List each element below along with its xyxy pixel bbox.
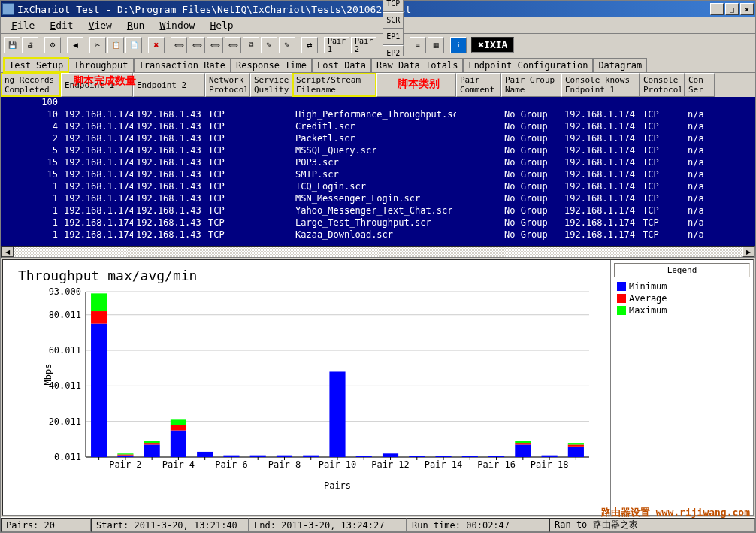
pair1-button[interactable]: Pair1 [324, 37, 349, 53]
filter-tcp-button[interactable]: TCP [383, 0, 404, 12]
edit-icon[interactable]: ✎ [261, 37, 277, 53]
column-header[interactable]: Endpoint 2 [133, 73, 205, 97]
tab-raw-data-totals[interactable]: Raw Data Totals [371, 58, 463, 72]
svg-text:80.011: 80.011 [49, 310, 81, 320]
svg-rect-37 [250, 456, 266, 457]
chart-area: Throughput max/avg/min 0.01120.01140.011… [2, 259, 754, 516]
table-row[interactable]: 1192.168.1.174192.168.1.43TCPICQ_Login.s… [1, 181, 755, 193]
table-row[interactable]: 5192.168.1.174192.168.1.43TCPMSSQL_Query… [1, 145, 755, 157]
pair2-icon[interactable]: ⟺ [189, 37, 205, 53]
column-header[interactable]: Pair Comment [456, 73, 501, 97]
column-header[interactable]: Pair Group Name [501, 73, 561, 97]
menu-edit[interactable]: Edit [42, 18, 80, 32]
filter-ep1-button[interactable]: EP1 [383, 29, 404, 45]
svg-text:Pair 18: Pair 18 [531, 459, 569, 470]
svg-rect-29 [171, 419, 186, 425]
column-header[interactable]: Console Protocol [640, 73, 685, 97]
menubar: FileEditViewRunWindowHelp [1, 17, 755, 34]
menu-view[interactable]: View [81, 18, 119, 32]
svg-rect-57 [462, 456, 478, 457]
titlebar[interactable]: IxChariot Test - D:\Program Files\NetIQ\… [1, 1, 755, 17]
tab-lost-data[interactable]: Lost Data [312, 58, 371, 72]
scroll-left-icon[interactable]: ◀ [2, 247, 14, 257]
scroll-right-icon[interactable]: ▶ [742, 247, 754, 257]
delete-icon[interactable]: ✖ [148, 37, 165, 53]
tab-transaction-rate[interactable]: Transaction Rate [134, 58, 231, 72]
grid-body[interactable]: 10010192.168.1.174192.168.1.43TCPHigh_Pe… [1, 97, 755, 246]
edit2-icon[interactable]: ✎ [279, 37, 295, 53]
menu-file[interactable]: File [4, 18, 42, 32]
svg-text:Pair 12: Pair 12 [371, 459, 410, 470]
filter-scr-button[interactable]: SCR [383, 12, 404, 29]
maximize-button[interactable]: □ [725, 3, 739, 15]
tab-throughput[interactable]: Throughput [68, 58, 133, 72]
toolbar: 💾 🖨 ⚙ ◀ ✂ 📋 📄 ✖ ⟺ ⟺ ⟺ ⟺ ⧉ ✎ ✎ ⇄ Pair1 Pa… [1, 34, 755, 56]
table-row[interactable]: 15192.168.1.174192.168.1.43TCPSMTP.scrNo… [1, 169, 755, 181]
paste-icon[interactable]: 📄 [125, 37, 142, 53]
menu-help[interactable]: Help [202, 18, 240, 32]
svg-rect-25 [144, 441, 160, 443]
pair2-button[interactable]: Pair2 [351, 37, 376, 53]
tab-datagram[interactable]: Datagram [593, 58, 647, 72]
column-header[interactable]: Endpoint 1 [61, 73, 133, 97]
svg-text:Pair 10: Pair 10 [319, 459, 357, 470]
copy-icon[interactable]: 📋 [107, 37, 124, 53]
menu-window[interactable]: Window [152, 18, 202, 32]
print-icon[interactable]: 🖨 [22, 37, 38, 53]
status-runtime: Run time: 00:02:47 [407, 518, 549, 532]
grid-icon[interactable]: ▦ [428, 37, 444, 53]
menu-run[interactable]: Run [119, 18, 152, 32]
swap-icon[interactable]: ⇄ [301, 37, 318, 53]
svg-text:20.011: 20.011 [49, 416, 81, 427]
svg-rect-27 [171, 431, 186, 457]
chart-title: Throughput max/avg/min [18, 268, 197, 283]
grid-header: ng Records CompletedEndpoint 1Endpoint 2… [1, 73, 755, 97]
legend-item: Maximum [614, 304, 750, 316]
back-icon[interactable]: ◀ [67, 37, 83, 53]
table-row[interactable]: 1192.168.1.174192.168.1.43TCPMSN_Messeng… [1, 193, 755, 205]
tab-endpoint-configuration[interactable]: Endpoint Configuration [463, 58, 593, 72]
column-header[interactable]: ng Records Completed [1, 73, 61, 97]
svg-text:Pair 2: Pair 2 [109, 459, 141, 470]
table-row[interactable]: 1192.168.1.174192.168.1.43TCPLarge_Test_… [1, 217, 755, 229]
table-row[interactable]: 1192.168.1.174192.168.1.43TCPYahoo_Messe… [1, 205, 755, 217]
column-header[interactable]: Script/Stream Filename [292, 73, 376, 97]
pair4-icon[interactable]: ⟺ [225, 37, 241, 53]
svg-rect-69 [568, 447, 584, 457]
save-icon[interactable]: 💾 [4, 37, 20, 53]
svg-text:Pair 14: Pair 14 [425, 459, 463, 470]
table-row[interactable]: 2192.168.1.174192.168.1.43TCPPacketl.scr… [1, 133, 755, 145]
tab-test-setup[interactable]: Test Setup [4, 58, 68, 72]
column-header[interactable]: Con Ser [685, 73, 715, 97]
column-header[interactable]: Service Quality [250, 73, 292, 97]
column-header[interactable]: Network Protocol [205, 73, 250, 97]
app-icon [2, 3, 14, 15]
svg-rect-52 [409, 456, 425, 457]
legend-title: Legend [614, 263, 750, 277]
column-header[interactable]: Console knows Endpoint 1 [561, 73, 640, 97]
group-icon[interactable]: ⧉ [243, 37, 259, 53]
table-row[interactable]: 1192.168.1.174192.168.1.43TCPKazaa_Downl… [1, 229, 755, 241]
info-icon[interactable]: i [450, 37, 467, 53]
svg-rect-44 [329, 371, 345, 457]
svg-rect-62 [515, 444, 531, 457]
close-button[interactable]: × [740, 3, 754, 15]
svg-rect-49 [383, 453, 398, 457]
svg-text:Pair 6: Pair 6 [215, 459, 247, 470]
list-icon[interactable]: ≡ [410, 37, 426, 53]
cut-icon[interactable]: ✂ [89, 37, 106, 53]
column-header[interactable] [376, 73, 456, 97]
table-row[interactable]: 10192.168.1.174192.168.1.43TCPHigh_Perfo… [1, 109, 755, 121]
prefs-icon[interactable]: ⚙ [44, 37, 61, 53]
tab-response-time[interactable]: Response Time [231, 58, 312, 72]
svg-rect-23 [144, 444, 160, 457]
table-row[interactable]: 4192.168.1.174192.168.1.43TCPCreditl.scr… [1, 121, 755, 133]
status-end: End: 2011-3-20, 13:24:27 [249, 518, 407, 532]
minimize-button[interactable]: _ [710, 3, 724, 15]
svg-rect-18 [117, 456, 133, 457]
horizontal-scrollbar[interactable]: ◀ ▶ [1, 246, 755, 258]
svg-text:Pair 4: Pair 4 [162, 459, 195, 470]
table-row[interactable]: 15192.168.1.174192.168.1.43TCPPOP3.scrNo… [1, 157, 755, 169]
pair-icon[interactable]: ⟺ [171, 37, 187, 53]
pair3-icon[interactable]: ⟺ [207, 37, 223, 53]
